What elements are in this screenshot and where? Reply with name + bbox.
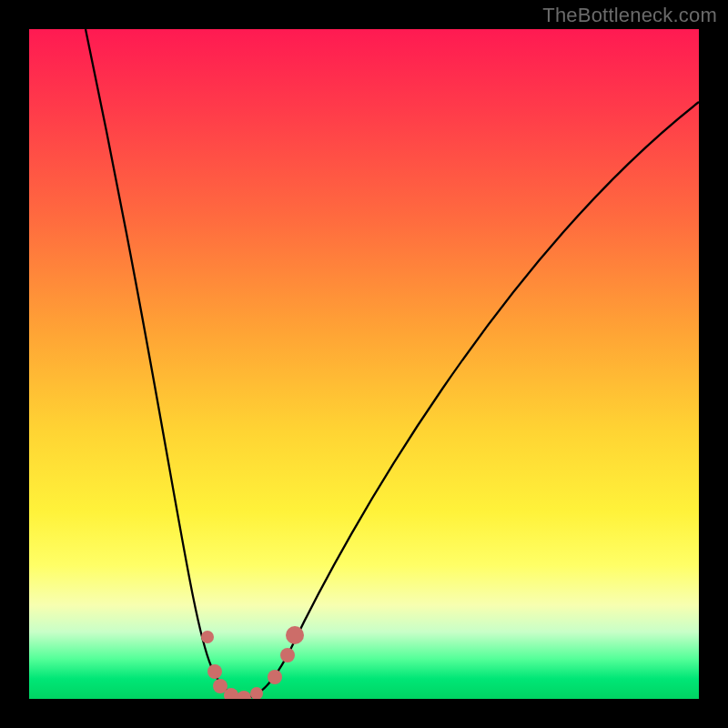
curve-marker	[286, 626, 304, 644]
curve-marker	[250, 687, 263, 699]
curve-layer	[29, 29, 699, 699]
curve-marker	[237, 691, 251, 699]
curve-marker	[268, 670, 282, 684]
curve-marker	[280, 648, 295, 662]
watermark-text: TheBottleneck.com	[542, 4, 717, 27]
curve-markers	[201, 626, 304, 699]
chart-frame: TheBottleneck.com	[0, 0, 728, 728]
bottleneck-curve	[86, 29, 699, 698]
curve-marker	[201, 631, 214, 643]
plot-area	[29, 29, 699, 699]
curve-marker	[207, 664, 222, 679]
